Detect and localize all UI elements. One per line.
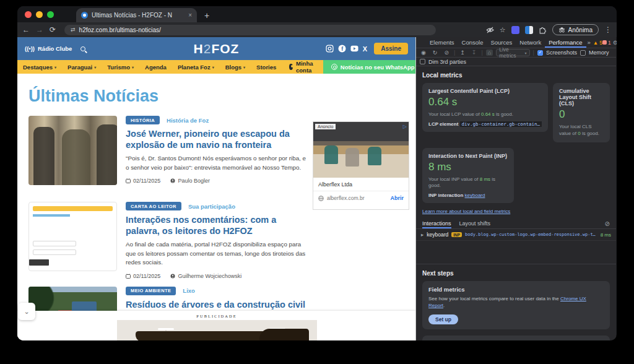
user-icon <box>289 64 293 70</box>
live-metrics-select[interactable]: Live metrics▾ <box>496 49 529 56</box>
lcp-element-code[interactable]: div.gb-container.gb-contain… <box>460 121 542 127</box>
devtools-settings-icon[interactable]: ⚙ <box>611 40 617 46</box>
eye-off-icon[interactable] <box>486 26 494 34</box>
category-link[interactable]: Lixo <box>183 287 195 294</box>
category-badge[interactable]: HISTÓRIA <box>126 116 160 124</box>
expand-arrow-icon[interactable]: ▸ <box>421 232 423 238</box>
thumb-decoration <box>29 259 49 266</box>
set-up-button[interactable]: Set up <box>428 314 458 324</box>
article-row: CARTA AO LEITOR Sua participação Interaç… <box>28 202 308 279</box>
search-icon[interactable] <box>80 46 85 51</box>
article-author[interactable]: Paulo Bogler <box>178 178 210 184</box>
site-logo[interactable]: H2FOZ <box>194 41 240 56</box>
ad-advertiser: Alberflex Ltda <box>313 178 409 191</box>
ad-image[interactable]: Anúncio ▷ <box>313 122 409 178</box>
category-link[interactable]: Sua participação <box>188 203 235 210</box>
interaction-target-code[interactable]: body.blog.wp-custom-logo.wp-embed-respon… <box>465 232 597 237</box>
sidebar-ad[interactable]: Anúncio ▷ Alberflex Ltda alberflex.com.b… <box>313 121 409 210</box>
forward-icon[interactable]: → <box>36 25 43 34</box>
errors-badge[interactable]: 1 <box>602 40 611 46</box>
author-icon <box>170 178 175 183</box>
panel-layout-icon[interactable]: ⇅ <box>615 50 617 56</box>
article-title-link[interactable]: José Werner, pioneiro que escapou da exp… <box>126 128 308 151</box>
dim-third-parties-checkbox[interactable] <box>420 59 425 64</box>
reload-icon[interactable]: ⟳ <box>50 25 56 34</box>
anchor-ad-collapse-button[interactable]: ⌄ <box>18 303 35 320</box>
nav-item-stories[interactable]: Stories <box>251 64 282 71</box>
browser-tab[interactable]: Últimas Notícias - H2FOZ - N × <box>76 8 197 22</box>
warnings-badge[interactable]: ▲5 <box>593 40 602 46</box>
nav-item-agenda[interactable]: Agenda <box>139 64 172 71</box>
bookmark-star-icon[interactable]: ☆ <box>500 26 506 34</box>
address-bar[interactable]: ⇄ h2foz.com.br/ultimas-noticias/ <box>64 25 436 35</box>
field-metrics-card: Field metrics See how your local metrics… <box>422 281 610 329</box>
facebook-icon[interactable]: f <box>338 45 346 53</box>
inp-interaction-link[interactable]: keyboard <box>465 193 485 198</box>
nav-item-planeta-foz[interactable]: Planeta Foz▾ <box>172 64 220 71</box>
subscribe-button[interactable]: Assine <box>374 43 408 54</box>
record-reload-icon[interactable]: ↻ <box>431 50 440 56</box>
environment-settings-card: Environment settings Use the device tool… <box>422 336 610 340</box>
ad-open-link[interactable]: Abrir <box>390 195 404 201</box>
nav-item-destaques[interactable]: Destaques▾ <box>17 64 62 71</box>
more-tabs-icon[interactable]: » <box>586 37 592 48</box>
new-tab-button[interactable]: + <box>204 11 209 20</box>
tab-close-icon[interactable]: × <box>188 12 192 19</box>
whatsapp-icon <box>331 64 337 70</box>
browser-menu-icon[interactable]: ⋮ <box>604 25 612 34</box>
learn-more-link[interactable]: Learn more about local and field metrics <box>422 209 510 214</box>
extensions-puzzle-icon[interactable] <box>539 26 547 34</box>
site-settings-icon[interactable]: ⇄ <box>71 27 76 33</box>
back-icon[interactable]: ← <box>22 25 30 34</box>
tab-interactions[interactable]: Interactions <box>422 219 451 228</box>
save-profile-icon[interactable]: ↧ <box>470 50 479 56</box>
screenshots-checkbox[interactable] <box>537 50 543 56</box>
tab-elements[interactable]: Elements <box>426 37 458 48</box>
chevron-down-icon: ▾ <box>132 65 134 69</box>
tab-performance[interactable]: Performance <box>545 37 586 48</box>
article-thumbnail[interactable] <box>28 202 117 271</box>
memory-checkbox[interactable] <box>580 50 586 56</box>
nav-item-blogs[interactable]: Blogs▾ <box>220 64 251 71</box>
article-title-link[interactable]: Interações nos comentários: com a palavr… <box>126 214 308 237</box>
tab-console[interactable]: Console <box>458 37 487 48</box>
record-icon[interactable]: ◉ <box>419 50 428 56</box>
page-title: Últimas Notícias <box>28 87 415 106</box>
error-icon <box>602 40 607 45</box>
minimize-window-button[interactable] <box>36 11 43 18</box>
youtube-icon[interactable] <box>350 45 358 53</box>
interaction-log-row[interactable]: ▸ keyboard INP body.blog.wp-custom-logo.… <box>416 229 616 241</box>
author-icon <box>170 274 175 279</box>
nav-label: Destaques <box>23 64 53 71</box>
globe-icon <box>318 196 324 201</box>
chevron-down-icon: ▾ <box>94 65 96 69</box>
live-metrics-home-icon[interactable]: ⌂ <box>486 50 493 56</box>
category-badge[interactable]: MEIO AMBIENTE <box>126 287 176 295</box>
extension-icon-2[interactable] <box>525 26 533 34</box>
nav-item-turismo[interactable]: Turismo▾ <box>102 64 139 71</box>
adchoices-icon[interactable]: ▷ <box>403 124 407 129</box>
nav-item-paraguai[interactable]: Paraguai▾ <box>62 64 102 71</box>
clear-interactions-icon[interactable]: ⊘ <box>605 220 610 227</box>
anchor-ad-banner[interactable] <box>117 320 317 340</box>
account-link[interactable]: Minha conta <box>282 60 323 74</box>
maximize-window-button[interactable] <box>47 11 54 18</box>
article-author[interactable]: Guilherme Wojciechowski <box>178 273 241 279</box>
x-twitter-icon[interactable]: X <box>363 45 367 53</box>
ad-label: Anúncio <box>315 124 336 129</box>
article-meta: 02/11/2025 Paulo Bogler <box>126 178 308 184</box>
category-link[interactable]: História de Foz <box>167 117 209 124</box>
article-thumbnail[interactable] <box>28 116 117 185</box>
extension-icon-1[interactable] <box>511 26 519 34</box>
cls-title: Cumulative Layout Shift (CLS) <box>559 88 604 106</box>
clear-icon[interactable]: ⊘ <box>442 50 451 56</box>
instagram-icon[interactable] <box>326 45 334 53</box>
whatsapp-link[interactable]: Notícias no seu WhatsApp <box>323 60 416 74</box>
load-profile-icon[interactable]: ↥ <box>458 50 467 56</box>
browser-toolbar: ← → ⟳ ⇄ h2foz.com.br/ultimas-noticias/ ☆… <box>17 22 617 37</box>
tab-layout-shifts[interactable]: Layout shifts <box>459 220 491 227</box>
radio-clube-link[interactable]: ((•)) Rádio Clube <box>25 45 72 52</box>
close-window-button[interactable] <box>25 11 32 18</box>
category-badge[interactable]: CARTA AO LEITOR <box>126 202 181 210</box>
tab-network[interactable]: Network <box>516 37 545 48</box>
